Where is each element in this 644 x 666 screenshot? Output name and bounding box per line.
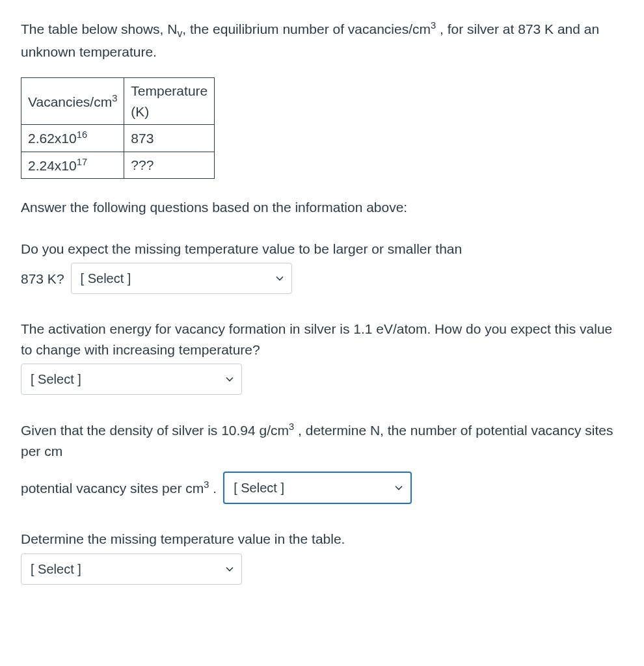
q2-select-value: [ Select ] bbox=[31, 369, 81, 389]
q2-text: The activation energy for vacancy format… bbox=[21, 319, 623, 360]
questions-intro: Answer the following questions based on … bbox=[21, 197, 623, 218]
table-cell-vacancies-2: 2.24x1017 bbox=[21, 152, 124, 179]
question-2: The activation energy for vacancy format… bbox=[21, 319, 623, 399]
question-1: Do you expect the missing temperature va… bbox=[21, 239, 623, 299]
q1-text-line1: Do you expect the missing temperature va… bbox=[21, 239, 623, 260]
q4-select[interactable]: [ Select ] bbox=[21, 553, 242, 585]
intro-text-1: The table below shows, N bbox=[21, 21, 177, 36]
chevron-down-icon bbox=[276, 276, 284, 281]
q3-select[interactable]: [ Select ] bbox=[223, 472, 412, 504]
q1-text-line2: 873 K? bbox=[21, 269, 64, 289]
q3-text-line2: potential vacancy sites per cm3 . bbox=[21, 477, 217, 499]
table-cell-temp-2: ??? bbox=[124, 152, 215, 179]
table-header-temperature: Temperature (K) bbox=[124, 78, 215, 125]
intro-sup-3: 3 bbox=[431, 20, 436, 31]
question-4: Determine the missing temperature value … bbox=[21, 529, 623, 589]
chevron-down-icon bbox=[395, 485, 403, 490]
q1-select[interactable]: [ Select ] bbox=[71, 263, 292, 294]
table-header-row: Vacancies/cm3 Temperature (K) bbox=[21, 78, 215, 125]
q1-select-value: [ Select ] bbox=[81, 269, 131, 288]
chevron-down-icon bbox=[226, 566, 234, 572]
q4-select-value: [ Select ] bbox=[31, 559, 81, 579]
chevron-down-icon bbox=[226, 377, 234, 382]
q2-select[interactable]: [ Select ] bbox=[21, 364, 242, 395]
table-row: 2.24x1017 ??? bbox=[21, 152, 215, 179]
table-header-vacancies: Vacancies/cm3 bbox=[21, 78, 124, 125]
q3-select-value: [ Select ] bbox=[234, 478, 284, 498]
data-table: Vacancies/cm3 Temperature (K) 2.62x1016 … bbox=[21, 77, 215, 179]
q3-text-line1: Given that the density of silver is 10.9… bbox=[21, 420, 623, 461]
intro-paragraph: The table below shows, Nv, the equilibri… bbox=[21, 18, 623, 62]
question-3: Given that the density of silver is 10.9… bbox=[21, 420, 623, 508]
q4-text: Determine the missing temperature value … bbox=[21, 529, 623, 550]
table-row: 2.62x1016 873 bbox=[21, 125, 215, 152]
table-cell-vacancies-1: 2.62x1016 bbox=[21, 125, 124, 152]
intro-text-2: , the equilibrium number of vacancies/cm bbox=[182, 21, 431, 36]
table-cell-temp-1: 873 bbox=[124, 125, 215, 152]
